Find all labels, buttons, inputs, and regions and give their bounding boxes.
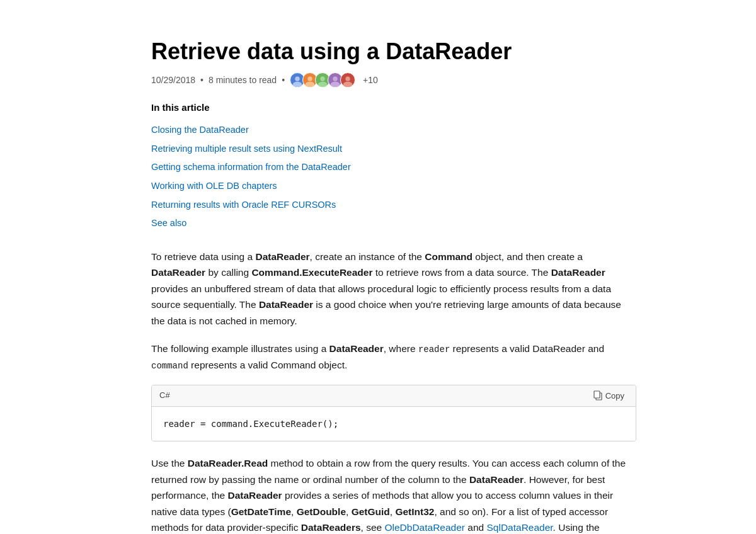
bold-datareader-2: DataReader [151, 267, 205, 278]
bold-datareader-3: DataReader [551, 267, 605, 278]
svg-rect-11 [594, 391, 600, 398]
page-container: Retrieve data using a DataReader 10/29/2… [94, 0, 662, 534]
svg-point-3 [306, 82, 315, 88]
svg-point-0 [295, 77, 299, 81]
svg-point-2 [307, 77, 312, 81]
copy-icon [593, 390, 602, 401]
toc-item-1: Closing the DataReader [151, 122, 636, 138]
svg-point-7 [331, 82, 340, 88]
bold-datareader-7: DataReader [227, 490, 282, 501]
article-read-time: 8 minutes to read [209, 73, 277, 87]
bold-getdatetime: GetDateTime [231, 506, 291, 517]
article-date: 10/29/2018 [151, 73, 195, 87]
bold-datareader-1: DataReader [255, 251, 309, 262]
bold-datareaders: DataReaders [301, 522, 361, 533]
svg-point-6 [333, 77, 337, 81]
paragraph-2: The following example illustrates using … [151, 341, 636, 373]
toc-heading: In this article [151, 100, 636, 115]
svg-point-5 [318, 82, 328, 88]
code-block-wrapper: C# Copy reader = command.ExecuteReader()… [151, 385, 636, 441]
svg-point-8 [345, 77, 350, 81]
toc-item-3: Getting schema information from the Data… [151, 159, 636, 175]
bold-read: DataReader.Read [188, 458, 268, 469]
link-oledbdatareader[interactable]: OleDbDataReader [384, 522, 465, 533]
code-block-header: C# Copy [152, 385, 636, 407]
code-language: C# [159, 389, 170, 402]
svg-point-9 [343, 82, 353, 88]
toc-link-6[interactable]: See also [151, 218, 186, 228]
bold-datareader-6: DataReader [469, 474, 524, 485]
bold-getdouble: GetDouble [297, 506, 346, 517]
bold-datareader-5: DataReader [329, 343, 384, 354]
toc-link-3[interactable]: Getting schema information from the Data… [151, 162, 351, 172]
code-content: reader = command.ExecuteReader(); [163, 417, 624, 431]
bold-getguid: GetGuid [352, 506, 390, 517]
link-sqldatareader[interactable]: SqlDataReader [486, 522, 553, 533]
toc-link-1[interactable]: Closing the DataReader [151, 125, 249, 135]
toc-item-4: Working with OLE DB chapters [151, 178, 636, 194]
avatar-5 [340, 72, 355, 88]
copy-label: Copy [605, 391, 624, 401]
meta-separator-2: • [282, 73, 285, 87]
contributors-count: +10 [363, 73, 378, 87]
meta-separator-1: • [200, 73, 203, 87]
paragraph-3: Use the DataReader.Read method to obtain… [151, 455, 636, 534]
avatars-container [290, 72, 355, 88]
toc-link-2[interactable]: Retrieving multiple result sets using Ne… [151, 144, 342, 154]
toc-item-2: Retrieving multiple result sets using Ne… [151, 140, 636, 157]
bold-executeReader: Command.ExecuteReader [251, 267, 372, 278]
code-block-body: reader = command.ExecuteReader(); [152, 407, 636, 441]
copy-button[interactable]: Copy [590, 389, 628, 402]
bold-datareader-4: DataReader [259, 299, 313, 310]
toc-link-4[interactable]: Working with OLE DB chapters [151, 181, 277, 191]
svg-point-4 [320, 77, 324, 81]
toc-item-5: Returning results with Oracle REF CURSOR… [151, 196, 636, 213]
code-command: command [151, 361, 188, 371]
article-body: To retrieve data using a DataReader, cre… [151, 249, 636, 534]
bold-getint32: GetInt32 [395, 506, 434, 517]
toc-link-5[interactable]: Returning results with Oracle REF CURSOR… [151, 200, 336, 210]
table-of-contents: Closing the DataReader Retrieving multip… [151, 122, 636, 231]
article-title: Retrieve data using a DataReader [151, 38, 636, 65]
svg-point-1 [293, 82, 302, 88]
code-reader: reader [418, 344, 450, 355]
bold-command: Command [425, 251, 472, 262]
article-meta: 10/29/2018 • 8 minutes to read • [151, 72, 636, 88]
toc-item-6: See also [151, 215, 636, 231]
paragraph-1: To retrieve data using a DataReader, cre… [151, 249, 636, 329]
